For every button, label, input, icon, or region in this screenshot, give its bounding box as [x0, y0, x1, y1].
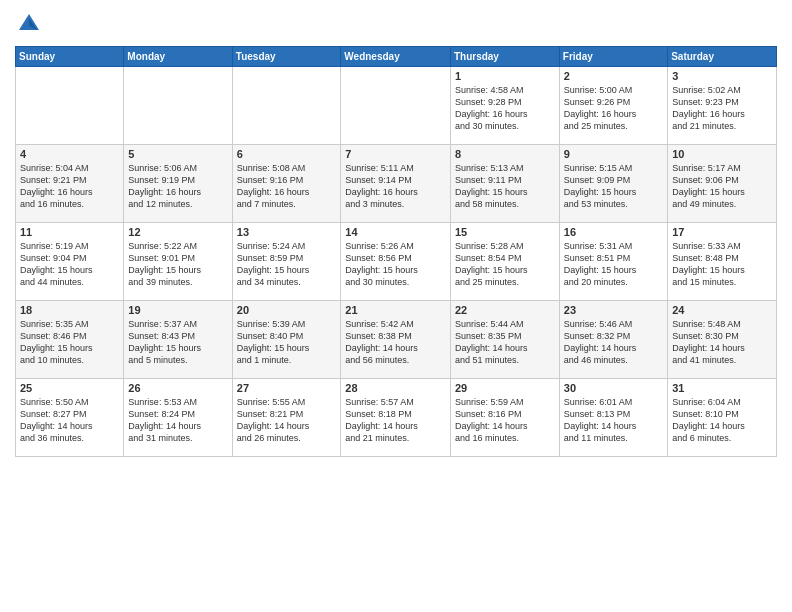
day-cell: 18Sunrise: 5:35 AM Sunset: 8:46 PM Dayli… — [16, 301, 124, 379]
day-header-row: SundayMondayTuesdayWednesdayThursdayFrid… — [16, 47, 777, 67]
day-number: 25 — [20, 382, 119, 394]
day-number: 28 — [345, 382, 446, 394]
day-info: Sunrise: 5:37 AM Sunset: 8:43 PM Dayligh… — [128, 318, 227, 367]
day-number: 12 — [128, 226, 227, 238]
day-number: 20 — [237, 304, 337, 316]
day-info: Sunrise: 5:00 AM Sunset: 9:26 PM Dayligh… — [564, 84, 663, 133]
day-number: 15 — [455, 226, 555, 238]
day-header-monday: Monday — [124, 47, 232, 67]
day-cell: 1Sunrise: 4:58 AM Sunset: 9:28 PM Daylig… — [450, 67, 559, 145]
day-info: Sunrise: 5:04 AM Sunset: 9:21 PM Dayligh… — [20, 162, 119, 211]
week-row-5: 25Sunrise: 5:50 AM Sunset: 8:27 PM Dayli… — [16, 379, 777, 457]
day-number: 16 — [564, 226, 663, 238]
day-number: 21 — [345, 304, 446, 316]
day-number: 27 — [237, 382, 337, 394]
day-cell: 27Sunrise: 5:55 AM Sunset: 8:21 PM Dayli… — [232, 379, 341, 457]
day-number: 24 — [672, 304, 772, 316]
day-cell: 22Sunrise: 5:44 AM Sunset: 8:35 PM Dayli… — [450, 301, 559, 379]
day-cell: 20Sunrise: 5:39 AM Sunset: 8:40 PM Dayli… — [232, 301, 341, 379]
day-info: Sunrise: 6:04 AM Sunset: 8:10 PM Dayligh… — [672, 396, 772, 445]
day-number: 18 — [20, 304, 119, 316]
logo — [15, 10, 47, 38]
day-info: Sunrise: 5:13 AM Sunset: 9:11 PM Dayligh… — [455, 162, 555, 211]
day-cell: 5Sunrise: 5:06 AM Sunset: 9:19 PM Daylig… — [124, 145, 232, 223]
day-number: 19 — [128, 304, 227, 316]
day-cell: 4Sunrise: 5:04 AM Sunset: 9:21 PM Daylig… — [16, 145, 124, 223]
day-info: Sunrise: 5:22 AM Sunset: 9:01 PM Dayligh… — [128, 240, 227, 289]
day-cell: 9Sunrise: 5:15 AM Sunset: 9:09 PM Daylig… — [559, 145, 667, 223]
day-number: 3 — [672, 70, 772, 82]
day-cell: 3Sunrise: 5:02 AM Sunset: 9:23 PM Daylig… — [668, 67, 777, 145]
day-info: Sunrise: 5:08 AM Sunset: 9:16 PM Dayligh… — [237, 162, 337, 211]
day-number: 29 — [455, 382, 555, 394]
day-number: 6 — [237, 148, 337, 160]
day-header-saturday: Saturday — [668, 47, 777, 67]
day-cell — [124, 67, 232, 145]
day-cell: 30Sunrise: 6:01 AM Sunset: 8:13 PM Dayli… — [559, 379, 667, 457]
day-cell: 6Sunrise: 5:08 AM Sunset: 9:16 PM Daylig… — [232, 145, 341, 223]
day-info: Sunrise: 5:57 AM Sunset: 8:18 PM Dayligh… — [345, 396, 446, 445]
day-cell: 28Sunrise: 5:57 AM Sunset: 8:18 PM Dayli… — [341, 379, 451, 457]
day-info: Sunrise: 5:55 AM Sunset: 8:21 PM Dayligh… — [237, 396, 337, 445]
day-cell: 7Sunrise: 5:11 AM Sunset: 9:14 PM Daylig… — [341, 145, 451, 223]
day-info: Sunrise: 5:42 AM Sunset: 8:38 PM Dayligh… — [345, 318, 446, 367]
day-cell: 10Sunrise: 5:17 AM Sunset: 9:06 PM Dayli… — [668, 145, 777, 223]
day-info: Sunrise: 5:35 AM Sunset: 8:46 PM Dayligh… — [20, 318, 119, 367]
day-cell: 17Sunrise: 5:33 AM Sunset: 8:48 PM Dayli… — [668, 223, 777, 301]
day-info: Sunrise: 5:28 AM Sunset: 8:54 PM Dayligh… — [455, 240, 555, 289]
day-number: 1 — [455, 70, 555, 82]
week-row-4: 18Sunrise: 5:35 AM Sunset: 8:46 PM Dayli… — [16, 301, 777, 379]
day-number: 8 — [455, 148, 555, 160]
day-info: Sunrise: 5:15 AM Sunset: 9:09 PM Dayligh… — [564, 162, 663, 211]
day-info: Sunrise: 5:44 AM Sunset: 8:35 PM Dayligh… — [455, 318, 555, 367]
day-number: 23 — [564, 304, 663, 316]
day-cell: 15Sunrise: 5:28 AM Sunset: 8:54 PM Dayli… — [450, 223, 559, 301]
day-info: Sunrise: 5:31 AM Sunset: 8:51 PM Dayligh… — [564, 240, 663, 289]
day-info: Sunrise: 5:59 AM Sunset: 8:16 PM Dayligh… — [455, 396, 555, 445]
day-info: Sunrise: 5:02 AM Sunset: 9:23 PM Dayligh… — [672, 84, 772, 133]
week-row-2: 4Sunrise: 5:04 AM Sunset: 9:21 PM Daylig… — [16, 145, 777, 223]
day-info: Sunrise: 5:39 AM Sunset: 8:40 PM Dayligh… — [237, 318, 337, 367]
day-cell: 23Sunrise: 5:46 AM Sunset: 8:32 PM Dayli… — [559, 301, 667, 379]
day-number: 7 — [345, 148, 446, 160]
day-info: Sunrise: 5:24 AM Sunset: 8:59 PM Dayligh… — [237, 240, 337, 289]
day-info: Sunrise: 5:06 AM Sunset: 9:19 PM Dayligh… — [128, 162, 227, 211]
calendar: SundayMondayTuesdayWednesdayThursdayFrid… — [15, 46, 777, 457]
day-number: 9 — [564, 148, 663, 160]
day-info: Sunrise: 5:11 AM Sunset: 9:14 PM Dayligh… — [345, 162, 446, 211]
day-info: Sunrise: 5:26 AM Sunset: 8:56 PM Dayligh… — [345, 240, 446, 289]
week-row-3: 11Sunrise: 5:19 AM Sunset: 9:04 PM Dayli… — [16, 223, 777, 301]
day-info: Sunrise: 5:17 AM Sunset: 9:06 PM Dayligh… — [672, 162, 772, 211]
day-cell: 31Sunrise: 6:04 AM Sunset: 8:10 PM Dayli… — [668, 379, 777, 457]
page: SundayMondayTuesdayWednesdayThursdayFrid… — [0, 0, 792, 612]
day-info: Sunrise: 5:33 AM Sunset: 8:48 PM Dayligh… — [672, 240, 772, 289]
day-header-friday: Friday — [559, 47, 667, 67]
day-cell: 29Sunrise: 5:59 AM Sunset: 8:16 PM Dayli… — [450, 379, 559, 457]
day-header-sunday: Sunday — [16, 47, 124, 67]
day-number: 2 — [564, 70, 663, 82]
day-info: Sunrise: 4:58 AM Sunset: 9:28 PM Dayligh… — [455, 84, 555, 133]
day-cell: 8Sunrise: 5:13 AM Sunset: 9:11 PM Daylig… — [450, 145, 559, 223]
day-cell: 26Sunrise: 5:53 AM Sunset: 8:24 PM Dayli… — [124, 379, 232, 457]
day-number: 17 — [672, 226, 772, 238]
day-number: 22 — [455, 304, 555, 316]
day-header-thursday: Thursday — [450, 47, 559, 67]
day-header-tuesday: Tuesday — [232, 47, 341, 67]
day-info: Sunrise: 6:01 AM Sunset: 8:13 PM Dayligh… — [564, 396, 663, 445]
day-cell — [16, 67, 124, 145]
day-number: 11 — [20, 226, 119, 238]
day-info: Sunrise: 5:48 AM Sunset: 8:30 PM Dayligh… — [672, 318, 772, 367]
day-cell: 25Sunrise: 5:50 AM Sunset: 8:27 PM Dayli… — [16, 379, 124, 457]
day-cell: 2Sunrise: 5:00 AM Sunset: 9:26 PM Daylig… — [559, 67, 667, 145]
day-info: Sunrise: 5:53 AM Sunset: 8:24 PM Dayligh… — [128, 396, 227, 445]
day-cell — [341, 67, 451, 145]
day-cell: 21Sunrise: 5:42 AM Sunset: 8:38 PM Dayli… — [341, 301, 451, 379]
day-number: 4 — [20, 148, 119, 160]
day-cell: 24Sunrise: 5:48 AM Sunset: 8:30 PM Dayli… — [668, 301, 777, 379]
header — [15, 10, 777, 38]
day-header-wednesday: Wednesday — [341, 47, 451, 67]
day-cell: 14Sunrise: 5:26 AM Sunset: 8:56 PM Dayli… — [341, 223, 451, 301]
day-number: 10 — [672, 148, 772, 160]
day-number: 5 — [128, 148, 227, 160]
day-cell — [232, 67, 341, 145]
